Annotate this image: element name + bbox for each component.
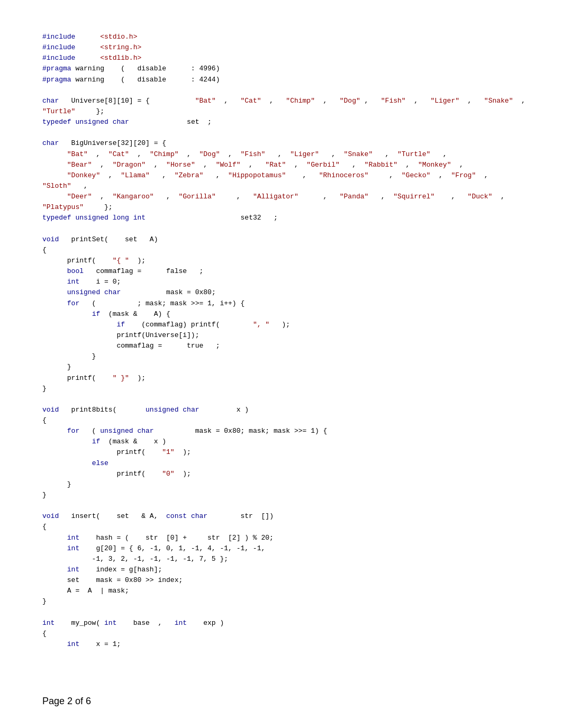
page-footer: Page 2 of 6: [42, 696, 91, 707]
code-content: #include <stdio.h> #include <string.h> #…: [42, 32, 520, 650]
page-number-label: Page 2 of 6: [42, 696, 91, 706]
